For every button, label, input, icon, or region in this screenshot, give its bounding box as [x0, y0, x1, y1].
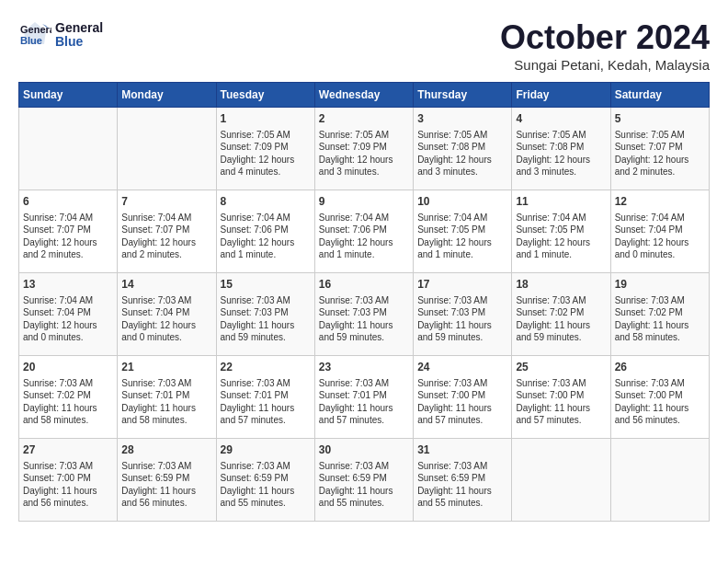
- calendar-cell: 20Sunrise: 7:03 AM Sunset: 7:02 PM Dayli…: [19, 356, 118, 439]
- day-number: 22: [221, 360, 311, 375]
- day-number: 15: [221, 277, 311, 293]
- cell-content: Sunrise: 7:03 AM Sunset: 7:02 PM Dayligh…: [23, 377, 113, 427]
- day-number: 12: [615, 194, 705, 210]
- calendar-cell: 28Sunrise: 7:03 AM Sunset: 6:59 PM Dayli…: [118, 439, 216, 522]
- cell-content: Sunrise: 7:05 AM Sunset: 7:09 PM Dayligh…: [319, 129, 409, 178]
- calendar-cell: [19, 108, 118, 190]
- cell-content: Sunrise: 7:03 AM Sunset: 7:01 PM Dayligh…: [319, 377, 409, 427]
- calendar-cell: 10Sunrise: 7:04 AM Sunset: 7:05 PM Dayli…: [414, 190, 512, 273]
- day-number: 8: [221, 194, 311, 210]
- page-header: General Blue General Blue October 2024 S…: [18, 18, 710, 73]
- cell-content: Sunrise: 7:04 AM Sunset: 7:05 PM Dayligh…: [417, 212, 507, 261]
- calendar-cell: 31Sunrise: 7:03 AM Sunset: 6:59 PM Dayli…: [414, 439, 512, 522]
- day-number: 26: [615, 360, 705, 375]
- cell-content: Sunrise: 7:04 AM Sunset: 7:04 PM Dayligh…: [615, 212, 705, 261]
- calendar-cell: 30Sunrise: 7:03 AM Sunset: 6:59 PM Dayli…: [314, 439, 413, 522]
- cell-content: Sunrise: 7:03 AM Sunset: 7:01 PM Dayligh…: [121, 377, 211, 427]
- calendar-cell: 3Sunrise: 7:05 AM Sunset: 7:08 PM Daylig…: [414, 108, 512, 190]
- cell-content: Sunrise: 7:03 AM Sunset: 7:00 PM Dayligh…: [23, 460, 113, 510]
- day-number: 28: [121, 442, 211, 458]
- cell-content: Sunrise: 7:04 AM Sunset: 7:04 PM Dayligh…: [23, 294, 113, 344]
- calendar-cell: 1Sunrise: 7:05 AM Sunset: 7:09 PM Daylig…: [216, 108, 314, 190]
- logo-icon: General Blue: [18, 18, 51, 52]
- day-number: 9: [319, 194, 409, 210]
- calendar-cell: 4Sunrise: 7:05 AM Sunset: 7:08 PM Daylig…: [512, 108, 610, 190]
- day-number: 31: [417, 442, 507, 458]
- calendar-cell: 6Sunrise: 7:04 AM Sunset: 7:07 PM Daylig…: [19, 190, 118, 273]
- location-label: Sungai Petani, Kedah, Malaysia: [500, 57, 710, 73]
- cell-content: Sunrise: 7:03 AM Sunset: 6:59 PM Dayligh…: [221, 460, 311, 510]
- calendar-cell: 18Sunrise: 7:03 AM Sunset: 7:02 PM Dayli…: [512, 273, 610, 356]
- calendar-header: SundayMondayTuesdayWednesdayThursdayFrid…: [19, 83, 710, 108]
- day-number: 18: [516, 277, 606, 293]
- logo: General Blue General Blue: [18, 18, 103, 52]
- day-number: 21: [121, 360, 211, 375]
- cell-content: Sunrise: 7:04 AM Sunset: 7:07 PM Dayligh…: [23, 212, 113, 261]
- day-number: 29: [221, 442, 311, 458]
- day-number: 2: [319, 111, 409, 127]
- cell-content: Sunrise: 7:03 AM Sunset: 6:59 PM Dayligh…: [121, 460, 211, 510]
- day-number: 13: [23, 277, 113, 293]
- day-number: 6: [23, 194, 113, 210]
- calendar-cell: 11Sunrise: 7:04 AM Sunset: 7:05 PM Dayli…: [512, 190, 610, 273]
- cell-content: Sunrise: 7:04 AM Sunset: 7:06 PM Dayligh…: [221, 212, 311, 261]
- calendar-cell: 19Sunrise: 7:03 AM Sunset: 7:02 PM Dayli…: [610, 273, 709, 356]
- cell-content: Sunrise: 7:03 AM Sunset: 7:03 PM Dayligh…: [221, 294, 311, 344]
- cell-content: Sunrise: 7:03 AM Sunset: 7:00 PM Dayligh…: [516, 377, 606, 427]
- calendar-cell: 27Sunrise: 7:03 AM Sunset: 7:00 PM Dayli…: [19, 439, 118, 522]
- day-number: 4: [516, 111, 606, 127]
- cell-content: Sunrise: 7:03 AM Sunset: 6:59 PM Dayligh…: [417, 460, 507, 510]
- day-number: 19: [615, 277, 705, 293]
- calendar-table: SundayMondayTuesdayWednesdayThursdayFrid…: [18, 82, 710, 522]
- day-number: 1: [221, 111, 311, 127]
- calendar-cell: 5Sunrise: 7:05 AM Sunset: 7:07 PM Daylig…: [610, 108, 709, 190]
- day-number: 20: [23, 360, 113, 375]
- cell-content: Sunrise: 7:03 AM Sunset: 7:00 PM Dayligh…: [417, 377, 507, 427]
- cell-content: Sunrise: 7:05 AM Sunset: 7:08 PM Dayligh…: [417, 129, 507, 178]
- cell-content: Sunrise: 7:03 AM Sunset: 7:00 PM Dayligh…: [615, 377, 705, 427]
- cell-content: Sunrise: 7:03 AM Sunset: 7:03 PM Dayligh…: [319, 294, 409, 344]
- calendar-cell: 8Sunrise: 7:04 AM Sunset: 7:06 PM Daylig…: [216, 190, 314, 273]
- calendar-cell: 7Sunrise: 7:04 AM Sunset: 7:07 PM Daylig…: [118, 190, 216, 273]
- cell-content: Sunrise: 7:03 AM Sunset: 7:02 PM Dayligh…: [516, 294, 606, 344]
- calendar-cell: 9Sunrise: 7:04 AM Sunset: 7:06 PM Daylig…: [314, 190, 413, 273]
- day-header-tuesday: Tuesday: [216, 83, 314, 108]
- cell-content: Sunrise: 7:04 AM Sunset: 7:06 PM Dayligh…: [319, 212, 409, 261]
- day-number: 24: [417, 360, 507, 375]
- calendar-cell: 22Sunrise: 7:03 AM Sunset: 7:01 PM Dayli…: [216, 356, 314, 439]
- day-number: 30: [319, 442, 409, 458]
- calendar-cell: 25Sunrise: 7:03 AM Sunset: 7:00 PM Dayli…: [512, 356, 610, 439]
- cell-content: Sunrise: 7:03 AM Sunset: 7:02 PM Dayligh…: [615, 294, 705, 344]
- day-number: 11: [516, 194, 606, 210]
- title-section: October 2024 Sungai Petani, Kedah, Malay…: [500, 18, 710, 73]
- calendar-cell: 29Sunrise: 7:03 AM Sunset: 6:59 PM Dayli…: [216, 439, 314, 522]
- day-headers-row: SundayMondayTuesdayWednesdayThursdayFrid…: [19, 83, 710, 108]
- calendar-body: 1Sunrise: 7:05 AM Sunset: 7:09 PM Daylig…: [19, 108, 710, 522]
- cell-content: Sunrise: 7:05 AM Sunset: 7:08 PM Dayligh…: [516, 129, 606, 178]
- calendar-cell: 26Sunrise: 7:03 AM Sunset: 7:00 PM Dayli…: [610, 356, 709, 439]
- cell-content: Sunrise: 7:05 AM Sunset: 7:07 PM Dayligh…: [615, 129, 705, 178]
- svg-text:Blue: Blue: [20, 35, 42, 46]
- day-number: 17: [417, 277, 507, 293]
- day-number: 10: [417, 194, 507, 210]
- day-number: 16: [319, 277, 409, 293]
- calendar-cell: 23Sunrise: 7:03 AM Sunset: 7:01 PM Dayli…: [314, 356, 413, 439]
- cell-content: Sunrise: 7:03 AM Sunset: 6:59 PM Dayligh…: [319, 460, 409, 510]
- calendar-cell: 24Sunrise: 7:03 AM Sunset: 7:00 PM Dayli…: [414, 356, 512, 439]
- calendar-week-row: 6Sunrise: 7:04 AM Sunset: 7:07 PM Daylig…: [19, 190, 710, 273]
- calendar-cell: 13Sunrise: 7:04 AM Sunset: 7:04 PM Dayli…: [19, 273, 118, 356]
- calendar-week-row: 1Sunrise: 7:05 AM Sunset: 7:09 PM Daylig…: [19, 108, 710, 190]
- cell-content: Sunrise: 7:03 AM Sunset: 7:03 PM Dayligh…: [417, 294, 507, 344]
- calendar-cell: [118, 108, 216, 190]
- day-header-monday: Monday: [118, 83, 216, 108]
- calendar-week-row: 13Sunrise: 7:04 AM Sunset: 7:04 PM Dayli…: [19, 273, 710, 356]
- month-title: October 2024: [500, 18, 710, 57]
- calendar-cell: 2Sunrise: 7:05 AM Sunset: 7:09 PM Daylig…: [314, 108, 413, 190]
- cell-content: Sunrise: 7:05 AM Sunset: 7:09 PM Dayligh…: [221, 129, 311, 178]
- calendar-week-row: 27Sunrise: 7:03 AM Sunset: 7:00 PM Dayli…: [19, 439, 710, 522]
- cell-content: Sunrise: 7:04 AM Sunset: 7:05 PM Dayligh…: [516, 212, 606, 261]
- cell-content: Sunrise: 7:04 AM Sunset: 7:07 PM Dayligh…: [121, 212, 211, 261]
- svg-text:General: General: [20, 24, 51, 35]
- day-header-wednesday: Wednesday: [314, 83, 413, 108]
- calendar-week-row: 20Sunrise: 7:03 AM Sunset: 7:02 PM Dayli…: [19, 356, 710, 439]
